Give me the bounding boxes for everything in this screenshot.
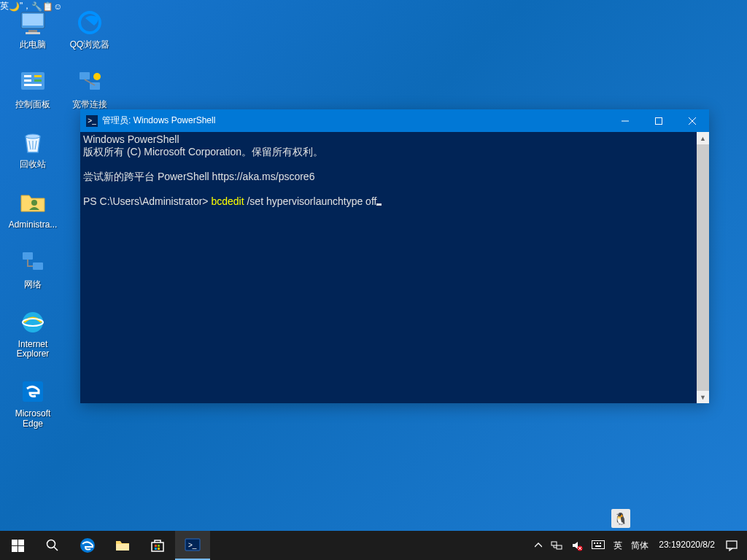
desktop-icon-network[interactable]: 网络 — [7, 247, 58, 289]
powershell-window: >_ 管理员: Windows PowerShell Windows Power… — [80, 109, 709, 403]
minimize-button[interactable] — [608, 109, 642, 132]
terminal-scrollbar[interactable]: ▲ ▼ — [697, 132, 709, 403]
desktop-icon-qq-browser[interactable]: QQ浏览器 — [64, 7, 115, 50]
clock-date: 2020/8/2 — [681, 540, 715, 551]
svg-point-20 — [93, 73, 101, 80]
svg-rect-36 — [155, 548, 157, 550]
svg-rect-40 — [551, 542, 557, 545]
tray-network-icon[interactable] — [546, 531, 567, 560]
icon-label: 宽带连接 — [72, 100, 107, 109]
svg-rect-37 — [158, 548, 160, 550]
term-command: bcdedit — [211, 195, 244, 207]
svg-rect-46 — [594, 542, 595, 544]
svg-rect-18 — [80, 72, 90, 79]
svg-rect-27 — [12, 546, 18, 552]
user-folder-icon — [18, 187, 48, 218]
close-button[interactable] — [676, 109, 709, 132]
qq-penguin-widget[interactable]: 🐧 — [611, 509, 630, 528]
svg-rect-49 — [595, 545, 601, 547]
terminal-content[interactable]: Windows PowerShell 版权所有 (C) Microsoft Co… — [80, 132, 697, 403]
edge-icon — [18, 376, 48, 407]
tray-ime-mode[interactable]: 简体 — [627, 531, 653, 560]
svg-rect-13 — [33, 262, 43, 270]
window-controls — [608, 109, 709, 132]
icon-label: Internet Explorer — [7, 340, 58, 359]
search-button[interactable] — [35, 531, 70, 560]
svg-rect-28 — [18, 546, 24, 552]
desktop-icon-control-panel[interactable]: 控制面板 — [7, 67, 58, 109]
desktop-icon-broadband[interactable]: 宽带连接 — [64, 67, 115, 109]
svg-rect-5 — [24, 75, 31, 77]
desktop-icon-admin-folder[interactable]: Administra... — [7, 187, 58, 230]
svg-rect-41 — [557, 545, 562, 549]
svg-rect-9 — [24, 84, 42, 86]
svg-rect-3 — [26, 32, 40, 34]
desktop-icons-col2: QQ浏览器 宽带连接 — [64, 7, 115, 109]
desktop-icon-microsoft-edge[interactable]: Microsoft Edge — [7, 376, 58, 428]
taskbar-store[interactable] — [140, 531, 175, 560]
svg-rect-25 — [12, 540, 18, 545]
show-desktop-button[interactable] — [743, 531, 747, 560]
icon-label: Administra... — [9, 220, 58, 230]
taskbar-file-explorer[interactable] — [105, 531, 140, 560]
svg-rect-7 — [34, 75, 42, 77]
terminal-area: Windows PowerShell 版权所有 (C) Microsoft Co… — [80, 132, 709, 403]
maximize-button[interactable] — [642, 109, 676, 132]
svg-rect-1 — [23, 14, 43, 26]
svg-rect-26 — [18, 540, 24, 545]
icon-label: 此电脑 — [20, 40, 46, 50]
taskbar-edge[interactable] — [70, 531, 105, 560]
qq-browser-icon — [74, 7, 105, 38]
tray-action-center[interactable] — [721, 531, 743, 560]
network-icon — [18, 247, 48, 278]
svg-point-29 — [47, 540, 55, 548]
svg-line-30 — [54, 547, 58, 551]
svg-rect-48 — [600, 542, 601, 544]
svg-rect-32 — [116, 544, 129, 551]
icon-label: 网络 — [24, 280, 42, 289]
svg-rect-34 — [155, 545, 157, 547]
clock-time: 23:19 — [659, 540, 681, 551]
terminal-cursor — [376, 203, 382, 206]
desktop: 此电脑 控制面板 回收站 Administra... 网络 Internet E… — [0, 0, 747, 560]
scroll-thumb[interactable] — [697, 144, 709, 391]
tray-clock[interactable]: 23:19 2020/8/2 — [653, 531, 721, 560]
svg-rect-12 — [23, 252, 33, 260]
svg-rect-50 — [727, 541, 737, 548]
tray-volume-icon[interactable] — [567, 531, 587, 560]
taskbar: >_ 英 简体 23:19 2020/8/2 — [0, 531, 747, 560]
icon-label: Microsoft Edge — [7, 409, 58, 428]
tray-ime-keyboard-icon[interactable] — [587, 531, 609, 560]
svg-rect-22 — [656, 117, 662, 124]
svg-rect-2 — [28, 30, 37, 32]
svg-point-14 — [23, 312, 43, 332]
desktop-icon-this-pc[interactable]: 此电脑 — [7, 7, 58, 50]
start-button[interactable] — [0, 531, 35, 560]
desktop-icon-internet-explorer[interactable]: Internet Explorer — [7, 307, 58, 359]
window-titlebar[interactable]: >_ 管理员: Windows PowerShell — [80, 109, 709, 132]
desktop-icon-recycle-bin[interactable]: 回收站 — [7, 127, 58, 169]
system-tray: 英 简体 23:19 2020/8/2 — [530, 531, 747, 560]
tray-show-hidden[interactable] — [530, 531, 546, 560]
broadband-icon — [74, 67, 105, 98]
term-line: 版权所有 (C) Microsoft Corporation。保留所有权利。 — [83, 146, 323, 158]
window-title: 管理员: Windows PowerShell — [102, 114, 608, 127]
svg-rect-6 — [24, 79, 31, 82]
taskbar-powershell[interactable]: >_ — [175, 531, 210, 560]
term-args: /set hypervisorlaunchtype off — [244, 195, 377, 207]
monitor-icon — [18, 7, 48, 38]
scroll-up-arrow[interactable]: ▲ — [697, 132, 709, 144]
svg-point-10 — [26, 134, 40, 139]
recycle-bin-icon — [18, 127, 48, 158]
ie-icon — [18, 307, 48, 338]
scroll-down-arrow[interactable]: ▼ — [697, 391, 709, 403]
desktop-icons-col1: 此电脑 控制面板 回收站 Administra... 网络 Internet E… — [7, 7, 58, 429]
icon-label: 控制面板 — [15, 100, 50, 109]
svg-rect-47 — [597, 542, 598, 544]
powershell-icon: >_ — [86, 115, 98, 127]
term-prompt: PS C:\Users\Administrator> — [83, 195, 211, 207]
svg-rect-45 — [592, 541, 605, 549]
tray-ime-lang[interactable]: 英 — [609, 531, 627, 560]
svg-rect-35 — [158, 545, 160, 547]
svg-text:>_: >_ — [188, 541, 197, 549]
